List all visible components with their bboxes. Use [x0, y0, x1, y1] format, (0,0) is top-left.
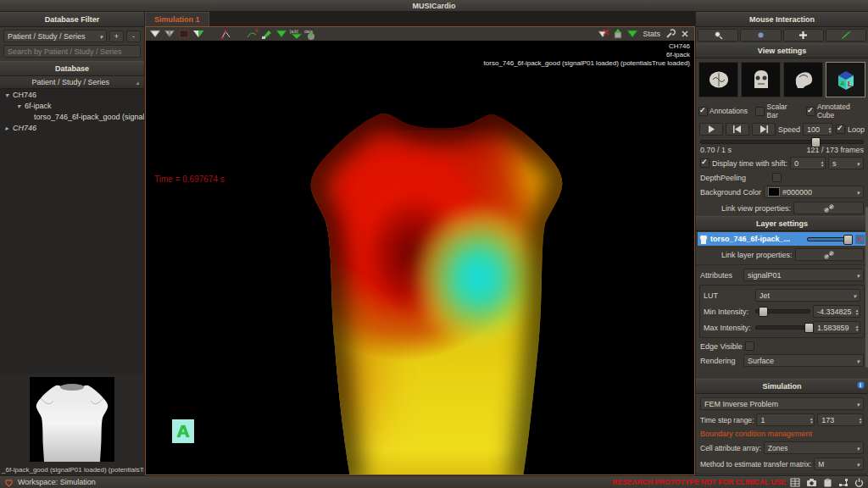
mouse-interaction-header: Mouse Interaction [696, 12, 868, 27]
loop-checkbox[interactable] [836, 125, 845, 134]
axial-view-button[interactable] [698, 62, 738, 97]
stats-button[interactable]: Stats [643, 30, 660, 38]
link-view-button[interactable] [793, 202, 864, 214]
spinner-arrows-icon[interactable] [810, 417, 813, 424]
measure-distance-button[interactable] [826, 29, 866, 42]
min-intensity-slider[interactable] [755, 309, 810, 313]
view-settings-header: View settings [696, 43, 868, 58]
database-header: Database [0, 61, 144, 76]
power-icon[interactable] [854, 478, 864, 487]
angle-measure-icon[interactable] [219, 28, 232, 40]
search-input[interactable] [3, 45, 141, 58]
collapse-arrow-icon[interactable] [3, 124, 10, 132]
tree-item-patient-2[interactable]: CH746 [0, 122, 144, 133]
mesh-wireframe-icon[interactable] [163, 28, 176, 40]
filter-green-icon[interactable] [626, 28, 639, 40]
clinical-warning: RESEARCH PROTOTYPE NOT FOR CLINICAL USE [612, 478, 786, 486]
tree-column-header[interactable]: Patient / Study / Series [0, 76, 144, 89]
database-tree: CH746 6f-ipack torso_746_6f-ipack_good (… [0, 89, 144, 374]
layer-opacity-slider[interactable] [807, 237, 853, 241]
speed-spinner[interactable]: 100 [803, 123, 833, 136]
chevron-down-icon [853, 291, 856, 300]
torso-3d-model[interactable] [294, 97, 579, 474]
tree-item-series[interactable]: torso_746_6f-ipack_good (signalP0... [0, 111, 144, 122]
filter-triangle-icon[interactable] [275, 28, 288, 40]
previous-frame-button[interactable] [726, 123, 749, 136]
zoom-mouse-button[interactable] [698, 29, 738, 42]
shift-spinner[interactable]: 0 [790, 157, 826, 169]
remove-layer-icon[interactable] [855, 235, 865, 244]
shift-unit-dropdown[interactable]: s [828, 157, 864, 169]
edge-visible-checkbox[interactable] [745, 341, 754, 351]
spinner-arrows-icon[interactable] [859, 417, 861, 424]
layer-settings-header: Layer settings [696, 216, 868, 231]
annotated-cube-checkbox[interactable] [806, 107, 815, 116]
mesh-surface-icon[interactable] [148, 28, 162, 40]
lut-dropdown[interactable]: Jet [755, 289, 860, 302]
export-layer-icon[interactable] [611, 28, 625, 40]
add-filter-button[interactable]: + [109, 30, 124, 42]
max-intensity-spinner[interactable]: 1.583859 [813, 321, 860, 334]
interval-threshold-icon[interactable]: [a;b] [289, 28, 303, 40]
sagittal-view-button[interactable] [783, 62, 823, 97]
timestep-end-spinner[interactable]: 173 [817, 413, 864, 426]
mesh-clip-icon[interactable] [192, 28, 205, 40]
problem-type-dropdown[interactable]: FEM Inverse Problem [700, 397, 864, 410]
3d-cube-view-button[interactable]: AL [826, 62, 865, 97]
display-shift-checkbox[interactable] [700, 158, 709, 168]
tree-item-study[interactable]: 6f-ipack [0, 100, 144, 111]
3d-viewport[interactable]: CH746 6f-ipack torso_746_6f-ipack_good (… [146, 41, 694, 474]
filter-type-dropdown[interactable]: Patient / Study / Series [3, 30, 107, 42]
view-area: Simulation 1 [a;b] [145, 12, 695, 475]
expand-arrow-icon[interactable] [3, 91, 10, 99]
scalar-bar-checkbox[interactable] [755, 107, 765, 116]
expand-arrow-icon[interactable] [15, 102, 22, 110]
slider-thumb[interactable] [811, 137, 821, 147]
add-curve-icon[interactable] [246, 28, 259, 40]
spinner-arrows-icon[interactable] [821, 160, 823, 167]
slider-thumb[interactable] [804, 323, 814, 333]
chevron-down-icon [856, 271, 860, 280]
spinner-arrows-icon[interactable] [828, 126, 831, 133]
delete-mesh-icon[interactable] [597, 28, 610, 40]
slider-thumb[interactable] [843, 235, 853, 245]
transfer-matrix-dropdown[interactable]: M [814, 458, 864, 470]
time-annotation: Time = 0.697674 s [154, 175, 225, 184]
annotations-checkbox[interactable] [698, 107, 708, 116]
tab-simulation-1[interactable]: Simulation 1 [145, 12, 209, 26]
next-frame-button[interactable] [752, 123, 776, 136]
spinner-arrows-icon[interactable] [855, 308, 858, 315]
remove-filter-button[interactable]: - [126, 30, 141, 42]
screenshot-camera-icon[interactable] [806, 478, 817, 487]
add-landmark-button[interactable] [783, 29, 824, 42]
tree-item-patient[interactable]: CH746 [0, 89, 144, 100]
workspace-label: Workspace: Simulation [18, 478, 96, 486]
play-button[interactable] [699, 123, 723, 136]
clipboard-icon[interactable] [823, 478, 832, 487]
table-view-icon[interactable] [790, 478, 800, 487]
settings-wrench-icon[interactable] [664, 28, 677, 40]
link-layer-button[interactable] [795, 248, 864, 261]
status-bar: Workspace: Simulation RESEARCH PROTOTYPE… [0, 475, 868, 488]
time-slider[interactable] [700, 140, 864, 144]
paint-brush-icon[interactable] [260, 28, 274, 40]
depth-peeling-checkbox[interactable] [772, 173, 782, 182]
max-intensity-slider[interactable] [755, 325, 810, 330]
attributes-dropdown[interactable]: signalP01 [743, 269, 864, 281]
pick-point-button[interactable] [740, 29, 781, 42]
info-icon[interactable]: i [857, 381, 865, 391]
data-sphere-icon[interactable]: data [303, 28, 317, 40]
timestep-start-spinner[interactable]: 1 [756, 413, 815, 426]
slider-thumb[interactable] [759, 307, 768, 317]
close-view-icon[interactable] [678, 28, 692, 40]
rendering-dropdown[interactable]: Surface [743, 354, 864, 367]
node-graph-icon[interactable] [838, 478, 849, 487]
coronal-view-button[interactable] [741, 62, 781, 97]
boundary-condition-link[interactable]: Boundary condition management [696, 428, 868, 440]
layer-item-selected[interactable]: torso_746_6f-ipack_... [698, 232, 866, 246]
mesh-volume-icon[interactable] [177, 28, 191, 40]
background-color-dropdown[interactable]: #000000 [764, 186, 864, 198]
min-intensity-spinner[interactable]: -4.334825 [813, 305, 860, 318]
spinner-arrows-icon[interactable] [855, 324, 858, 331]
cell-attribute-dropdown[interactable]: Zones [764, 441, 864, 454]
